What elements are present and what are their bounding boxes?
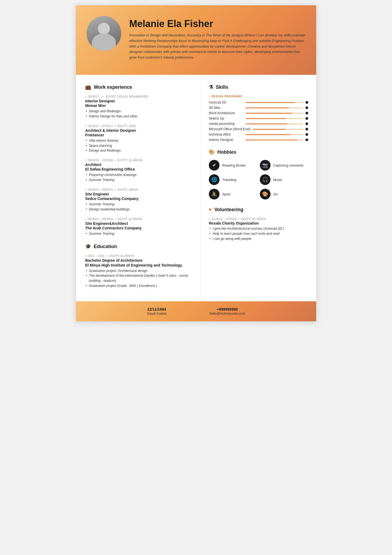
hobby-item: 🎧 Music: [260, 174, 308, 185]
skill-bar: [246, 140, 303, 140]
bullet-item: Preparing construction drawings: [85, 172, 193, 178]
phone-value: +999999999: [209, 307, 245, 311]
hobby-item: ✔ Reading Books: [209, 160, 257, 171]
footer-contact: +999999999 hello@kickresume.com: [209, 307, 245, 315]
hobbies-title: 🎨 Hobbies: [209, 149, 308, 155]
skill-bar: [253, 129, 303, 130]
job-item: • 06/2015 – 09/2015 • EGYPT, MINYA Site …: [85, 188, 193, 212]
heart-icon: ♥: [209, 207, 212, 213]
briefcase-icon: 💼: [85, 84, 91, 90]
skill-name: Adobe photoshop: [209, 122, 244, 126]
skill-bar: [246, 134, 303, 135]
hobby-label: Capturing moments: [273, 163, 303, 167]
header-section: Melanie Ela Fisher Innovation in Design …: [76, 5, 316, 75]
resume-container: Melanie Ela Fisher Innovation in Design …: [76, 5, 316, 321]
skills-category: – DESIGN PROGRAMS: [209, 95, 308, 98]
skill-dot: [305, 128, 308, 130]
bullet-item: I give fee Architectectural courses (Aut…: [209, 226, 308, 231]
main-body: 💼 Work experience • 08/2017 – • EGYPT, G…: [76, 75, 316, 301]
hobbies-grid: ✔ Reading Books 📷 Capturing moments 🌐 Tr…: [209, 160, 308, 199]
bullet-item: Summer Training: [85, 231, 193, 236]
country-value: Saudi Arabia: [147, 311, 167, 315]
bullet-item: Summer Training: [85, 178, 193, 183]
skill-name: Sketch Up: [209, 117, 244, 120]
cycling-icon: 🚴: [209, 189, 219, 199]
skill-fill: [246, 102, 295, 103]
headphones-icon: 🎧: [260, 174, 271, 185]
skill-name: Microsoft Office (Word,Exel): [209, 127, 250, 131]
job-title: Interior Designer: [85, 99, 193, 103]
skill-fill: [246, 113, 292, 114]
job-company: Freelancer: [85, 133, 193, 137]
hobby-label: Traveling: [222, 178, 236, 182]
job-title: Architect: [85, 162, 193, 167]
bullet-item: Design and Redesign: [85, 148, 193, 153]
job-meta: • 06/2015 – 09/2015 • EGYPT, MINYA: [85, 188, 193, 191]
skill-dot: [305, 117, 308, 120]
skill-row: Autocad 2D: [209, 101, 308, 104]
hobby-label: Sport: [222, 192, 230, 196]
graduation-icon: 🎓: [85, 244, 91, 249]
skill-dot: [305, 122, 308, 125]
skill-row: Microsoft Office (Word,Exel): [209, 127, 308, 131]
job-meta: • 01/2017 – 07/2017 • EGYPT, GIZA: [85, 124, 193, 128]
skill-name: Interior Designer: [209, 138, 244, 142]
skills-title: ⚗ Skills: [209, 84, 308, 90]
paint-icon: 🎨: [209, 149, 215, 155]
skill-bar: [246, 124, 303, 124]
bullet-item: Graduation project Grade : 90% ( Excelle…: [85, 283, 193, 288]
job-title: Site Engineer: [85, 192, 193, 196]
bullet-item: Summer Training: [85, 202, 193, 207]
vol-org: Resala Charity Organization: [209, 221, 308, 225]
bullet-item: I can go along with people: [209, 236, 308, 241]
edu-school: El Minya High Institute of Engineering a…: [85, 263, 193, 267]
skill-dot: [305, 101, 308, 104]
job-meta: • 06/2014 – 09/2014 • EGYPT, EL MINYA: [85, 217, 193, 221]
bullet-item: Design residential buildings: [85, 207, 193, 212]
job-title: Site Engineer&Architect: [85, 221, 193, 226]
reading-icon: ✔: [209, 160, 219, 171]
camera-icon: 📷: [260, 160, 271, 171]
skill-row: technical office: [209, 133, 308, 136]
edu-meta: • 2011 – 2016 • EGYPT, EL MINYA: [85, 254, 193, 257]
job-bullets: Design and Redesign Interior Design for …: [85, 109, 193, 119]
job-company: The Arab Contractors Company: [85, 226, 193, 230]
skills-section: ⚗ Skills – DESIGN PROGRAMS Autocad 2D 3D…: [209, 84, 308, 142]
job-bullets: Villa interior finishes Space planning D…: [85, 138, 193, 153]
hobby-label: Reading Books: [222, 163, 246, 167]
skill-row: 3D Max: [209, 106, 308, 110]
job-bullets: Summer Training: [85, 231, 193, 236]
job-item: • 06/2016 – 12/2016 • EGYPT, EL MINYA Ar…: [85, 159, 193, 183]
footer-dob: 22/11/1994 Saudi Arabia: [147, 307, 167, 315]
job-bullets: Preparing construction drawings Summer T…: [85, 172, 193, 183]
job-company: Sedco Contaracting Company: [85, 196, 193, 201]
skill-fill: [246, 140, 297, 140]
dob-value: 22/11/1994: [147, 307, 167, 311]
hobby-item: 📷 Capturing moments: [260, 160, 308, 171]
art-icon: 🎨: [260, 189, 271, 199]
bullet-item: Help to learn people how can't write and…: [209, 231, 308, 236]
email-value: hello@kickresume.com: [209, 311, 245, 315]
job-company: Memar Misr: [85, 103, 193, 108]
bullet-item: Villa interior finishes: [85, 138, 193, 143]
bullet-item: Design and Redesign: [85, 109, 193, 114]
candidate-name: Melanie Ela Fisher: [129, 18, 305, 29]
candidate-summary: Innovation in Design and Decoration, Acc…: [129, 33, 305, 60]
header-text: Melanie Ela Fisher Innovation in Design …: [129, 16, 305, 60]
education-section: 🎓 Education • 2011 – 2016 • EGYPT, EL MI…: [85, 244, 193, 288]
job-item: • 08/2017 – • EGYPT, GIZA,EL MOHANDSEN I…: [85, 95, 193, 119]
skill-dot: [305, 133, 308, 136]
skill-fill: [246, 124, 287, 124]
job-company: El Safwa Engineering Office: [85, 167, 193, 171]
skill-name: technical office: [209, 133, 244, 136]
vol-meta: • 01/2012 – 07/2016 • EGYPT, EL MINYA: [209, 217, 308, 221]
skill-fill: [246, 107, 289, 108]
skill-fill: [253, 129, 286, 130]
work-experience-section: 💼 Work experience • 08/2017 – • EGYPT, G…: [85, 84, 193, 236]
hobby-item: 🌐 Traveling: [209, 174, 257, 185]
bullet-item: Space planning: [85, 143, 193, 148]
skill-row: Interior Designer: [209, 138, 308, 142]
edu-bullets: Graduation project :Architectural design…: [85, 268, 193, 288]
hobby-item: 🚴 Sport: [209, 189, 257, 199]
skill-bar: [246, 102, 303, 103]
